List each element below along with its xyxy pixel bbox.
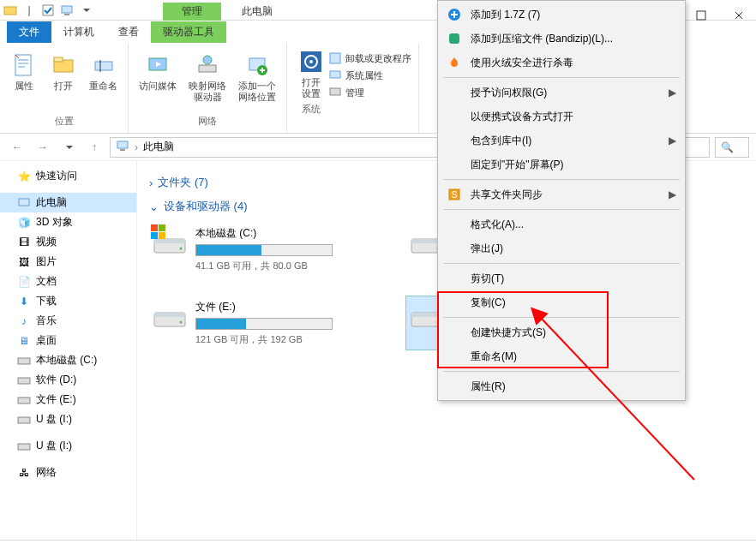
svg-rect-22 (330, 53, 340, 63)
sidebar-item-desktop[interactable]: 🖥桌面 (0, 331, 136, 350)
svg-rect-28 (18, 358, 30, 364)
access-media-button[interactable]: 访问媒体 (135, 50, 180, 93)
ribbon-group-location: 属性 打开 重命名 位置 (0, 43, 129, 133)
ctx-item[interactable]: 添加到 1.7Z (7) (438, 3, 685, 27)
ctx-icon (447, 295, 462, 310)
open-settings-label: 打开 设置 (302, 77, 321, 99)
sidebar-label: 软件 (D:) (36, 373, 76, 387)
thispc-icon (116, 139, 129, 155)
breadcrumb-thispc[interactable]: 此电脑 (143, 140, 174, 154)
maximize-button[interactable] (691, 5, 711, 26)
tab-computer[interactable]: 计算机 (51, 21, 106, 43)
doc-icon: 📄 (17, 275, 31, 289)
tab-view[interactable]: 查看 (106, 21, 151, 43)
svg-rect-36 (159, 232, 165, 239)
add-netloc-label: 添加一个 网络位置 (238, 81, 276, 103)
sidebar-item-localc[interactable]: 本地磁盘 (C:) (0, 350, 136, 370)
help-icon[interactable]: ? (734, 0, 747, 1)
ctx-item[interactable]: 创建快捷方式(S) (438, 320, 685, 344)
add-network-location-button[interactable]: 添加一个 网络位置 (235, 50, 279, 105)
sidebar-item-thispc[interactable]: 此电脑 (0, 193, 136, 212)
ctx-label: 共享文件夹同步 (471, 188, 543, 202)
ctx-item[interactable]: 固定到"开始"屏幕(P) (438, 152, 685, 176)
drive-icon (17, 374, 31, 387)
svg-rect-27 (19, 199, 29, 206)
ctx-item[interactable]: 剪切(T) (438, 266, 685, 290)
sidebar-item-quickaccess[interactable]: ⭐快速访问 (0, 166, 136, 186)
map-drive-button[interactable]: 映射网络 驱动器 (185, 50, 230, 105)
svg-point-21 (309, 60, 313, 63)
system-properties-button[interactable]: 系统属性 (328, 69, 411, 82)
ctx-item[interactable]: 复制(C) (438, 290, 685, 314)
open-button[interactable]: 打开 (46, 50, 81, 93)
svg-rect-29 (18, 378, 30, 384)
drive-item[interactable]: 本地磁盘 (C:) 41.1 GB 可用，共 80.0 GB (149, 223, 372, 276)
qat-dropdown-icon[interactable] (79, 3, 93, 17)
system-small-buttons: 卸载或更改程序 系统属性 管理 (328, 46, 411, 99)
sidebar-item-videos[interactable]: 🎞视频 (0, 232, 136, 252)
breadcrumb-chevron-icon[interactable]: › (135, 141, 138, 153)
ctx-item[interactable]: S 共享文件夹同步 ▶ (438, 182, 685, 206)
quick-access-toolbar: | (3, 3, 93, 17)
sidebar-label: 文件 (E:) (36, 392, 76, 407)
chevron-right-icon: ▶ (669, 87, 676, 99)
folders-header-label: 文件夹 (7) (158, 175, 208, 190)
ctx-item[interactable]: 使用火绒安全进行杀毒 (438, 51, 685, 75)
sidebar-item-documents[interactable]: 📄文档 (0, 272, 136, 291)
manage-button[interactable]: 管理 (328, 86, 411, 99)
sidebar-item-pictures[interactable]: 🖼图片 (0, 252, 136, 272)
svg-rect-15 (199, 65, 216, 72)
sidebar-label: 文档 (36, 274, 57, 289)
ctx-item[interactable]: 以便携式设备方式打开 (438, 105, 685, 129)
ctx-icon (447, 85, 462, 100)
ctx-label: 以便携式设备方式打开 (471, 110, 573, 124)
svg-rect-50 (449, 33, 459, 44)
ctx-label: 创建快捷方式(S) (471, 326, 546, 340)
tab-drive-tools[interactable]: 驱动器工具 (151, 21, 226, 43)
ctx-item[interactable]: 添加到压缩文件 (Bandizip)(L)... (438, 27, 685, 51)
contextual-tab-label: 管理 (163, 3, 221, 21)
drive-sub: 121 GB 可用，共 192 GB (195, 333, 369, 346)
ctx-item[interactable]: 重命名(M) (438, 344, 685, 368)
open-settings-button[interactable]: 打开 设置 (294, 46, 328, 101)
thispc-small-icon[interactable] (60, 3, 74, 17)
uninstall-programs-button[interactable]: 卸载或更改程序 (328, 51, 411, 65)
back-button[interactable]: ← (7, 137, 27, 158)
cube-icon: 🧊 (17, 216, 31, 230)
checkbox-icon[interactable] (41, 3, 55, 17)
forward-button[interactable]: → (33, 137, 53, 158)
ribbon-group-system: 打开 设置 系统 卸载或更改程序 系统属性 管理 (287, 43, 419, 133)
usb-icon (17, 439, 31, 453)
sidebar-item-3dobjects[interactable]: 🧊3D 对象 (0, 212, 136, 232)
ctx-item[interactable]: 包含到库中(I) ▶ (438, 129, 685, 152)
ctx-item[interactable]: 格式化(A)... (438, 212, 685, 236)
ctx-icon (447, 109, 462, 124)
properties-button[interactable]: 属性 (7, 50, 41, 93)
tab-file[interactable]: 文件 (7, 21, 51, 43)
close-button[interactable] (729, 5, 749, 26)
ctx-icon (447, 217, 462, 232)
ctx-separator (443, 317, 680, 318)
sidebar-item-music[interactable]: ♪音乐 (0, 311, 136, 331)
rename-button[interactable]: 重命名 (86, 50, 121, 93)
drive-item[interactable]: 文件 (E:) 121 GB 可用，共 192 GB (149, 296, 372, 350)
sidebar-item-usbi[interactable]: U 盘 (I:) (0, 409, 136, 429)
ctx-item[interactable]: 弹出(J) (438, 236, 685, 260)
sidebar-item-network[interactable]: 🖧网络 (0, 463, 136, 482)
history-dropdown[interactable] (58, 137, 79, 158)
group-label-system: 系统 (302, 101, 321, 117)
sidebar-item-usbi2[interactable]: U 盘 (I:) (0, 436, 136, 456)
drive-sub: 41.1 GB 可用，共 80.0 GB (195, 260, 369, 272)
up-button[interactable]: ↑ (84, 137, 105, 158)
chevron-right-icon: ▶ (669, 188, 676, 200)
ctx-item[interactable]: 属性(R) (438, 374, 685, 398)
ctx-icon (447, 157, 462, 172)
sidebar-item-softd[interactable]: 软件 (D:) (0, 370, 136, 390)
sidebar-item-filee[interactable]: 文件 (E:) (0, 390, 136, 409)
sidebar-label: 视频 (36, 235, 57, 249)
svg-rect-0 (4, 7, 16, 15)
sidebar-label: 3D 对象 (36, 215, 73, 230)
sidebar-item-downloads[interactable]: ⬇下载 (0, 291, 136, 311)
ctx-item[interactable]: 授予访问权限(G) ▶ (438, 81, 685, 105)
search-box[interactable]: 🔍 (715, 137, 749, 158)
